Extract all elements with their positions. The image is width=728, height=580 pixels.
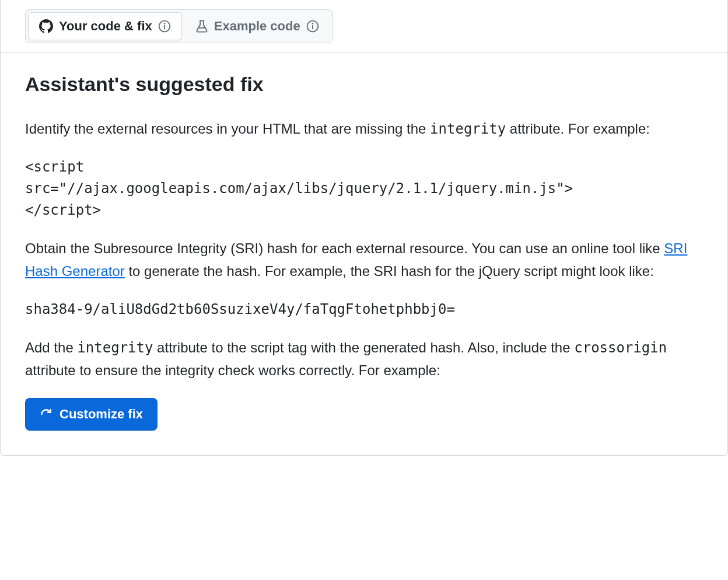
content: Assistant's suggested fix Identify the e… xyxy=(1,53,727,455)
code-crossorigin: crossorigin xyxy=(574,340,667,356)
customize-fix-button[interactable]: Customize fix xyxy=(25,398,158,431)
tab-example-code[interactable]: Example code xyxy=(184,12,330,40)
beaker-icon xyxy=(195,19,208,33)
intro-text-2: attribute. For example: xyxy=(506,121,650,137)
attr-text-3: attribute to ensure the integrity check … xyxy=(25,362,440,378)
tab-your-code-label: Your code & fix xyxy=(59,19,152,34)
tab-example-code-label: Example code xyxy=(214,19,300,34)
tabs-wrap: Your code & fix Example code xyxy=(1,0,727,53)
add-attr-paragraph: Add the integrity attribute to the scrip… xyxy=(25,337,703,382)
tab-your-code[interactable]: Your code & fix xyxy=(28,12,182,40)
panel: Your code & fix Example code Assistant's… xyxy=(0,0,728,456)
sri-text-2: to generate the hash. For example, the S… xyxy=(125,263,654,279)
code-block-hash: sha384-9/aliU8dGd2tb60SsuzixeV4y/faTqgFt… xyxy=(25,299,703,320)
sri-text-1: Obtain the Subresource Integrity (SRI) h… xyxy=(25,240,664,256)
code-block-script-example: <script src="//ajax.googleapis.com/ajax/… xyxy=(25,156,703,222)
intro-text-1: Identify the external resources in your … xyxy=(25,121,430,137)
svg-point-2 xyxy=(163,23,164,24)
code-integrity: integrity xyxy=(430,121,506,137)
page-title: Assistant's suggested fix xyxy=(25,72,703,97)
sri-paragraph: Obtain the Subresource Integrity (SRI) h… xyxy=(25,237,703,282)
info-icon xyxy=(306,20,319,33)
intro-paragraph: Identify the external resources in your … xyxy=(25,118,703,140)
github-icon xyxy=(39,19,53,33)
code-integrity-2: integrity xyxy=(77,340,153,356)
customize-fix-label: Customize fix xyxy=(60,407,143,422)
tabs: Your code & fix Example code xyxy=(25,9,333,43)
refresh-icon xyxy=(40,408,52,421)
attr-text-1: Add the xyxy=(25,340,77,355)
svg-point-6 xyxy=(312,23,313,24)
attr-text-2: attribute to the script tag with the gen… xyxy=(153,340,574,355)
info-icon xyxy=(158,20,171,33)
